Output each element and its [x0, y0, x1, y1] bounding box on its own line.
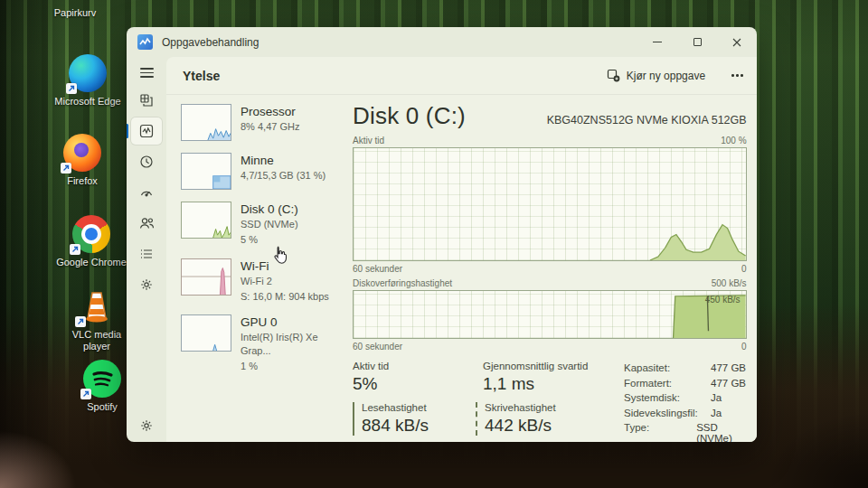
settings-button[interactable] — [127, 418, 166, 433]
perf-item-line1: Intel(R) Iris(R) Xe Grap... — [241, 331, 345, 358]
close-button[interactable] — [717, 27, 757, 57]
desktop-icon-label: VLC media player — [61, 329, 132, 352]
stat-value: 884 kB/s — [362, 416, 452, 436]
close-icon — [732, 38, 741, 47]
prop-label: Formatert: — [624, 378, 711, 389]
sidebar-item-performance[interactable] — [131, 117, 162, 145]
stat-active-time: Aktiv tid 5% — [353, 361, 459, 394]
shortcut-arrow-icon — [80, 389, 91, 399]
prop-value: Ja — [711, 408, 722, 418]
prop-value: 477 GB — [711, 362, 746, 373]
disk-mini-chart — [181, 202, 231, 239]
desktop-icon-label: Firefox — [47, 175, 118, 187]
stat-avg-response: Gjennomsnittlig svartid 1,1 ms — [483, 361, 588, 394]
chart1-xright: 0 — [741, 264, 747, 274]
prop-row: Formatert: 477 GB — [624, 378, 747, 389]
prop-label: Kapasitet: — [624, 362, 711, 373]
sidebar-item-processes[interactable] — [131, 87, 162, 114]
wifi-mini-chart — [181, 258, 231, 296]
window-title: Oppgavebehandling — [162, 36, 259, 49]
perf-item-title: Wi-Fi — [241, 259, 329, 273]
shortcut-arrow-icon — [61, 163, 71, 174]
desktop-icon-chrome[interactable]: Google Chrome — [56, 215, 127, 268]
sidebar-item-startup-apps[interactable] — [131, 179, 162, 206]
prop-value: 477 GB — [711, 378, 746, 389]
prop-row: Sidevekslingsfil: Ja — [624, 408, 747, 418]
shortcut-arrow-icon — [75, 316, 86, 327]
active-time-chart[interactable] — [353, 147, 747, 261]
chart1-label: Aktiv tid — [353, 136, 384, 145]
page-title: Ytelse — [183, 69, 220, 83]
cpu-mini-chart — [181, 104, 231, 141]
perf-item-title: GPU 0 — [241, 315, 345, 329]
perf-item-line1: Wi-Fi 2 — [241, 275, 329, 288]
sidebar-item-details[interactable] — [131, 240, 162, 267]
sidebar-item-users[interactable] — [131, 210, 162, 237]
device-name: KBG40ZNS512G NVMe KIOXIA 512GB — [547, 114, 747, 127]
stat-label: Gjennomsnittlig svartid — [483, 361, 588, 371]
stat-value: 1,1 ms — [483, 374, 588, 394]
vlc-icon — [78, 287, 116, 325]
memory-mini-chart — [181, 153, 231, 190]
more-options-button[interactable] — [726, 69, 749, 82]
desktop-icon-vlc[interactable]: VLC media player — [61, 287, 132, 352]
shortcut-arrow-icon — [70, 244, 80, 255]
prop-label: Systemdisk: — [624, 392, 711, 403]
chart2-xleft: 60 sekunder — [353, 342, 402, 352]
desktop-icon-firefox[interactable]: Firefox — [47, 134, 118, 187]
titlebar[interactable]: Oppgavebehandling — [127, 27, 757, 57]
perf-item-cpu[interactable]: Prosessor 8% 4,47 GHz — [181, 104, 345, 141]
perf-item-line2: S: 16,0 M: 904 kbps — [241, 290, 329, 304]
performance-icon — [139, 124, 154, 138]
perf-item-line1: SSD (NVMe) — [241, 218, 298, 231]
spotify-icon — [83, 360, 121, 398]
startup-gauge-icon — [139, 185, 154, 200]
maximize-button[interactable] — [677, 27, 717, 57]
chart2-ymax: 500 kB/s — [712, 278, 747, 288]
history-clock-icon — [139, 155, 154, 169]
hamburger-menu-button[interactable] — [140, 68, 154, 78]
prop-row: Kapasitet: 477 GB — [624, 362, 747, 373]
run-new-task-label: Kjør ny oppgave — [627, 70, 705, 82]
settings-gear-icon — [139, 418, 154, 433]
desktop-icon-label: Papirkurv — [40, 7, 110, 19]
sidebar-item-app-history[interactable] — [131, 148, 162, 175]
perf-item-wifi[interactable]: Wi-Fi Wi-Fi 2 S: 16,0 M: 904 kbps — [181, 258, 345, 304]
stat-read-speed: Lesehastighet 884 kB/s — [353, 402, 452, 436]
perf-item-title: Disk 0 (C:) — [241, 202, 298, 216]
chart2-annotation: 450 kB/s — [705, 295, 741, 305]
prop-value: SSD (NVMe) — [696, 422, 746, 442]
services-gear-icon — [139, 277, 154, 292]
chart2-label: Diskoverføringshastighet — [353, 278, 452, 288]
task-manager-window: Oppgavebehandling — [127, 27, 757, 442]
navigation-rail — [127, 57, 166, 442]
minimize-button[interactable] — [637, 27, 677, 57]
desktop-icon-recycle-bin[interactable]: Papirkurv — [40, 4, 110, 19]
new-task-icon — [607, 69, 620, 82]
perf-item-disk[interactable]: Disk 0 (C:) SSD (NVMe) 5 % — [181, 202, 345, 247]
prop-value: Ja — [711, 392, 722, 403]
detail-title: Disk 0 (C:) — [353, 102, 466, 130]
perf-item-memory[interactable]: Minne 4,7/15,3 GB (31 %) — [181, 153, 345, 190]
perf-item-title: Prosessor — [241, 105, 299, 118]
stat-label: Lesehastighet — [362, 402, 452, 413]
perf-item-gpu[interactable]: GPU 0 Intel(R) Iris(R) Xe Grap... 1 % — [181, 314, 345, 373]
stats-block: Aktiv tid 5% Gjennomsnittlig svartid 1,1… — [353, 361, 624, 442]
disk-properties: Kapasitet: 477 GB Formatert: 477 GB Syst… — [624, 361, 747, 442]
firefox-icon — [63, 134, 101, 172]
chart1-xleft: 60 sekunder — [353, 264, 402, 274]
run-new-task-button[interactable]: Kjør ny oppgave — [599, 64, 713, 87]
sidebar-item-services[interactable] — [131, 271, 162, 298]
perf-item-line2: 1 % — [241, 360, 345, 373]
desktop-icon-label: Google Chrome — [56, 257, 127, 268]
content-panel: Ytelse Kjør ny oppgave — [166, 57, 757, 442]
stat-write-speed: Skrivehastighet 442 kB/s — [476, 402, 556, 436]
transfer-rate-chart[interactable]: 450 kB/s — [353, 290, 747, 339]
processes-icon — [139, 93, 154, 108]
prop-label: Sidevekslingsfil: — [624, 408, 711, 418]
details-list-icon — [139, 247, 154, 261]
desktop-background: Papirkurv Microsoft Edge Firefox Google … — [0, 0, 868, 488]
edge-icon — [69, 54, 107, 92]
chart2-xright: 0 — [741, 342, 747, 352]
desktop-icon-edge[interactable]: Microsoft Edge — [52, 54, 123, 108]
